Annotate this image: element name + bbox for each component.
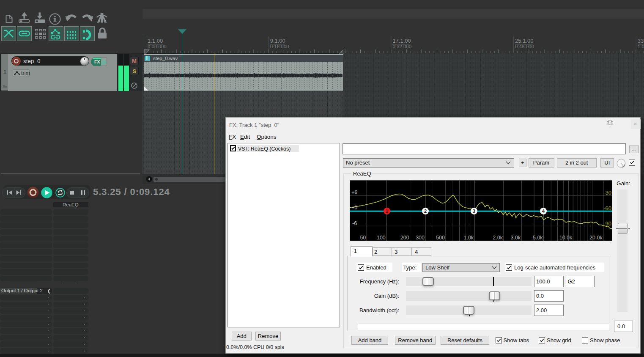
svg-text:FX: FX (94, 59, 100, 64)
